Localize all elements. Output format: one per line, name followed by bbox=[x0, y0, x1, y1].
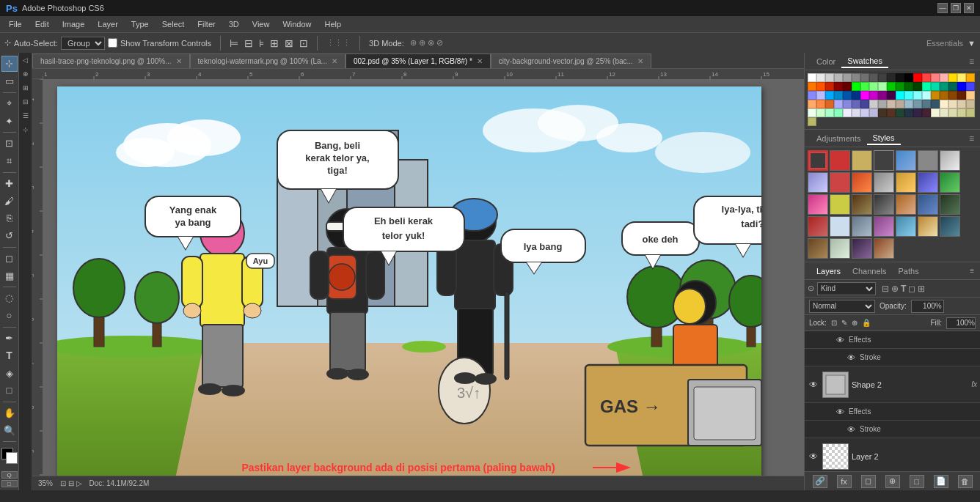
heal-tool[interactable]: ✚ bbox=[1, 176, 18, 192]
swatch-steel4[interactable] bbox=[931, 100, 940, 108]
swatch-gray7[interactable] bbox=[878, 73, 887, 82]
stroke-eye-2[interactable]: 👁 bbox=[845, 424, 857, 435]
swatch-gray5[interactable] bbox=[860, 73, 869, 82]
swatch-gray4[interactable] bbox=[852, 73, 860, 82]
swatch-purple[interactable] bbox=[869, 91, 878, 100]
swatch-darkgray[interactable] bbox=[896, 73, 904, 82]
swatch-lavblue3[interactable] bbox=[860, 108, 869, 117]
style-silver[interactable] bbox=[940, 150, 960, 171]
style-golden[interactable] bbox=[896, 172, 916, 193]
tab-1[interactable]: hasil-trace-png-teknologi.png @ 100%... … bbox=[32, 53, 190, 68]
align-right-icon[interactable]: ⊧ bbox=[259, 37, 264, 49]
style-sage[interactable] bbox=[830, 238, 850, 259]
style-red2[interactable] bbox=[830, 172, 850, 193]
style-slate[interactable] bbox=[852, 216, 872, 237]
style-brass[interactable] bbox=[918, 216, 938, 237]
opacity-input[interactable] bbox=[911, 300, 944, 313]
style-ocean[interactable] bbox=[918, 194, 938, 215]
layer2-item[interactable]: 👁 Layer 2 bbox=[805, 438, 980, 471]
swatch-orange[interactable] bbox=[966, 73, 975, 82]
swatch-dk4[interactable] bbox=[904, 108, 913, 117]
eyedropper-tool[interactable]: ⌗ bbox=[1, 153, 18, 169]
swatch-brown2[interactable] bbox=[940, 91, 948, 100]
layer-link-button[interactable]: 🔗 bbox=[813, 475, 827, 488]
swatch-rust[interactable] bbox=[825, 100, 834, 108]
adjustments-tab[interactable]: Adjustments bbox=[811, 133, 867, 144]
swatch-periwinkle[interactable] bbox=[834, 100, 843, 108]
style-sienna[interactable] bbox=[874, 238, 894, 259]
swatch-green3[interactable] bbox=[887, 82, 896, 91]
tab3-close[interactable]: ✕ bbox=[477, 57, 483, 65]
swatch-steel[interactable] bbox=[904, 100, 913, 108]
swatch-brown[interactable] bbox=[931, 91, 940, 100]
menu-select[interactable]: Select bbox=[156, 18, 191, 30]
screen-mode-icon[interactable]: □ bbox=[1, 480, 18, 487]
swatch-dk3[interactable] bbox=[896, 108, 904, 117]
swatch-darkblue[interactable] bbox=[843, 91, 852, 100]
swatch-mintcream[interactable] bbox=[808, 108, 816, 117]
style-copper[interactable] bbox=[896, 194, 916, 215]
swatch-lightblue[interactable] bbox=[808, 91, 816, 100]
fill-input[interactable] bbox=[946, 317, 976, 329]
filter-smart-icon[interactable]: ⊞ bbox=[918, 284, 925, 294]
swatch-brown4[interactable] bbox=[957, 91, 966, 100]
menu-edit[interactable]: Edit bbox=[29, 18, 55, 30]
styles-tab[interactable]: Styles bbox=[867, 132, 901, 145]
style-sky[interactable] bbox=[830, 216, 850, 237]
swatch-darkpurple[interactable] bbox=[887, 91, 896, 100]
swatch-gray2[interactable] bbox=[834, 73, 843, 82]
crop-tool[interactable]: ⊡ bbox=[1, 136, 18, 152]
swatch-dk11[interactable] bbox=[966, 108, 975, 117]
titlebar-controls[interactable]: — ❐ ✕ bbox=[937, 3, 974, 13]
style-navy[interactable] bbox=[940, 216, 960, 237]
swatch-green[interactable] bbox=[852, 82, 860, 91]
auto-select-dropdown[interactable]: GroupLayer bbox=[61, 37, 105, 50]
swatch-dk10[interactable] bbox=[957, 108, 966, 117]
swatch-lightcyan3[interactable] bbox=[922, 91, 931, 100]
history-tool[interactable]: ↺ bbox=[1, 228, 18, 244]
menu-filter[interactable]: Filter bbox=[191, 18, 221, 30]
swatch-green2[interactable] bbox=[860, 82, 869, 91]
swatch-salmon[interactable] bbox=[816, 100, 825, 108]
swatch-magenta[interactable] bbox=[860, 91, 869, 100]
swatch-pink[interactable] bbox=[931, 73, 940, 82]
style-dark[interactable] bbox=[874, 150, 894, 171]
swatch-lightcyan2[interactable] bbox=[913, 91, 922, 100]
align-left-icon[interactable]: ⊨ bbox=[230, 37, 238, 49]
swatch-steel2[interactable] bbox=[913, 100, 922, 108]
canvas-view[interactable]: 3√↑ bbox=[43, 79, 804, 476]
swatch-orange3[interactable] bbox=[816, 82, 825, 91]
swatch-teal2[interactable] bbox=[948, 82, 957, 91]
swatch-tan[interactable] bbox=[966, 91, 975, 100]
swatch-mint[interactable] bbox=[816, 108, 825, 117]
left-panel-icon4[interactable]: ⊟ bbox=[20, 96, 32, 108]
swatch-gray8[interactable] bbox=[887, 73, 896, 82]
layer-adjustment-button[interactable]: ⊕ bbox=[885, 475, 900, 488]
effect-eye-2[interactable]: 👁 bbox=[834, 406, 846, 418]
swatch-lightgreen2[interactable] bbox=[878, 82, 887, 91]
swatch-darkgreen2[interactable] bbox=[904, 82, 913, 91]
menu-file[interactable]: File bbox=[3, 18, 28, 30]
swatch-dk2[interactable] bbox=[887, 108, 896, 117]
style-forest[interactable] bbox=[940, 194, 960, 215]
swatch-brown3[interactable] bbox=[948, 91, 957, 100]
text-tool[interactable]: T bbox=[1, 347, 18, 363]
swatch-purple2[interactable] bbox=[878, 91, 887, 100]
style-leather[interactable] bbox=[808, 238, 828, 259]
stroke-eye-1[interactable]: 👁 bbox=[845, 352, 857, 363]
tab-4[interactable]: city-background-vector.jpg @ 25% (bac...… bbox=[491, 53, 651, 68]
swatch-blue2[interactable] bbox=[966, 82, 975, 91]
style-default[interactable] bbox=[808, 150, 828, 171]
style-lavender[interactable] bbox=[808, 172, 828, 193]
style-blue-grad[interactable] bbox=[896, 150, 916, 171]
swatch-orange2[interactable] bbox=[808, 82, 816, 91]
swatch-cyan[interactable] bbox=[896, 91, 904, 100]
swatch-white[interactable] bbox=[808, 73, 816, 82]
layer2-visibility[interactable]: 👁 bbox=[808, 451, 819, 462]
swatch-lightgray[interactable] bbox=[816, 73, 825, 82]
swatch-silver[interactable] bbox=[869, 100, 878, 108]
style-violet[interactable] bbox=[874, 216, 894, 237]
swatch-lightgreen[interactable] bbox=[869, 82, 878, 91]
swatch-mint3[interactable] bbox=[834, 108, 843, 117]
filter-type-icon[interactable]: T bbox=[901, 284, 906, 294]
